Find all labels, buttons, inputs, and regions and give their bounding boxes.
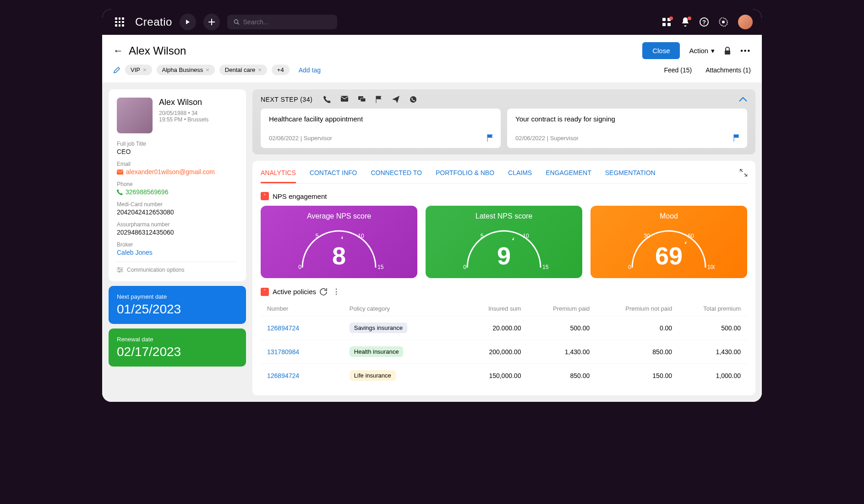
svg-text:30: 30 xyxy=(644,233,650,239)
premium-paid: 850.00 xyxy=(521,372,590,379)
next-step-panel: NEXT STEP (34) Healthc xyxy=(252,89,755,154)
policy-number-link[interactable]: 126894724 xyxy=(267,372,350,379)
remove-tag-icon[interactable]: × xyxy=(258,66,262,73)
nextstep-card-meta: 02/06/2022 | Supervisor xyxy=(269,135,492,142)
nextstep-card[interactable]: Your contract is ready for signing 02/06… xyxy=(507,109,747,148)
svg-text:100: 100 xyxy=(707,264,715,270)
tag-alpha-business[interactable]: Alpha Business× xyxy=(157,65,215,75)
gauge-value: 8 xyxy=(332,241,346,270)
play-button[interactable] xyxy=(180,14,196,30)
apps-launcher-icon[interactable] xyxy=(111,14,128,30)
expand-icon[interactable] xyxy=(740,169,747,183)
tab-engagement[interactable]: ENGAGEMENT xyxy=(546,169,591,183)
next-payment-card: Next payment date 01/25/2023 xyxy=(109,286,246,324)
email-icon[interactable] xyxy=(341,96,348,103)
more-vertical-icon[interactable]: ⋮ xyxy=(333,287,340,296)
attachments-link[interactable]: Attachments (1) xyxy=(705,66,751,74)
flag-icon[interactable] xyxy=(487,134,493,142)
svg-text:0: 0 xyxy=(628,264,631,270)
communication-options[interactable]: Communication options xyxy=(117,262,238,273)
search-input[interactable] xyxy=(243,18,331,26)
chat-icon[interactable] xyxy=(358,96,366,103)
help-icon[interactable]: ? xyxy=(700,17,709,27)
call-icon[interactable] xyxy=(323,96,331,103)
tab-contact-info[interactable]: CONTACT INFO xyxy=(310,169,357,183)
phone-icon xyxy=(117,189,123,195)
premium-not-paid: 850.00 xyxy=(590,348,672,356)
add-tag-link[interactable]: Add tag xyxy=(299,66,321,74)
job-title-label: Full job Title xyxy=(117,141,238,147)
total-premium: 1,000.00 xyxy=(672,372,741,379)
svg-text:10: 10 xyxy=(523,233,529,239)
svg-point-14 xyxy=(121,269,122,271)
send-icon[interactable] xyxy=(392,96,399,103)
topbar: Creatio ? xyxy=(102,9,762,35)
tag-edit-icon[interactable] xyxy=(113,66,120,74)
col-number: Number xyxy=(267,305,350,312)
policy-number-link[interactable]: 131780984 xyxy=(267,348,350,356)
gauge-title: Average NPS score xyxy=(269,212,409,220)
user-avatar[interactable] xyxy=(738,15,753,29)
renewal-card: Renewal date 02/17/2023 xyxy=(109,329,246,367)
renewal-label: Renewal date xyxy=(117,336,238,343)
close-button[interactable]: Close xyxy=(642,42,680,59)
section-toggle-icon[interactable]: ˄ xyxy=(261,192,269,200)
gauge-card: Average NPS score 0 5 10 15 8 xyxy=(261,206,417,278)
tag-dental-care[interactable]: Dental care× xyxy=(219,65,267,75)
lock-icon[interactable] xyxy=(724,47,731,55)
email-label: Email xyxy=(117,161,238,167)
insured-sum: 20.000.00 xyxy=(453,324,521,332)
medicard-label: Medi-Card number xyxy=(117,201,238,208)
svg-rect-2 xyxy=(662,18,666,21)
premium-paid: 1,430.00 xyxy=(521,348,590,356)
total-premium: 1,430.00 xyxy=(672,348,741,356)
more-icon[interactable]: ••• xyxy=(740,47,751,55)
add-button[interactable] xyxy=(203,14,220,30)
svg-text:15: 15 xyxy=(542,264,549,270)
profile-card: Alex Wilson 20/05/1988 • 34 19:55 PM • B… xyxy=(109,89,246,281)
nextstep-card[interactable]: Healthcare facility appointment 02/06/20… xyxy=(261,109,501,148)
nextstep-card-title: Healthcare facility appointment xyxy=(269,115,492,123)
feed-link[interactable]: Feed (15) xyxy=(664,66,692,74)
policy-number-link[interactable]: 126894724 xyxy=(267,324,350,332)
svg-text:10: 10 xyxy=(358,233,364,239)
tag-vip[interactable]: VIP× xyxy=(125,65,152,75)
svg-point-16 xyxy=(119,271,120,273)
widgets-icon[interactable] xyxy=(662,17,671,27)
tab-connected-to[interactable]: CONNECTED TO xyxy=(371,169,422,183)
tab-claims[interactable]: CLAIMS xyxy=(508,169,532,183)
svg-point-8 xyxy=(722,21,725,23)
refresh-icon[interactable] xyxy=(320,288,327,296)
logo: Creatio xyxy=(135,16,172,28)
svg-rect-4 xyxy=(662,23,666,26)
premium-not-paid: 150.00 xyxy=(590,372,672,379)
remove-tag-icon[interactable]: × xyxy=(143,66,147,73)
more-tags[interactable]: +4 xyxy=(272,65,290,75)
settings-icon[interactable] xyxy=(719,17,728,27)
tab-segmentation[interactable]: SEGMENTATION xyxy=(605,169,656,183)
action-dropdown[interactable]: Action ▾ xyxy=(689,47,715,55)
search-box[interactable] xyxy=(227,15,337,29)
gauge-card: Mood 0 30 60 100 69 xyxy=(591,206,747,278)
gauge-title: Latest NPS score xyxy=(434,212,574,220)
svg-marker-25 xyxy=(341,236,343,239)
remove-tag-icon[interactable]: × xyxy=(206,66,209,73)
notifications-icon[interactable] xyxy=(681,17,689,27)
col-category: Policy category xyxy=(350,305,453,312)
svg-rect-5 xyxy=(667,23,671,26)
flag-icon[interactable] xyxy=(376,96,382,103)
collapse-icon[interactable] xyxy=(739,97,747,102)
tab-analytics[interactable]: ANALYTICS xyxy=(261,169,296,183)
whatsapp-icon[interactable] xyxy=(410,96,417,103)
broker-value[interactable]: Caleb Jones xyxy=(117,249,238,256)
back-arrow-icon[interactable]: ← xyxy=(113,45,123,57)
email-value[interactable]: alexander01wilson@gmail.com xyxy=(117,168,238,175)
section-toggle-icon[interactable]: ˄ xyxy=(261,288,269,296)
gauge-value: 69 xyxy=(655,241,683,270)
tab-portfolio-nbo[interactable]: PORTFOLIO & NBO xyxy=(436,169,494,183)
next-payment-label: Next payment date xyxy=(117,293,238,300)
phone-value[interactable]: 326988569696 xyxy=(117,188,238,196)
flag-icon[interactable] xyxy=(733,134,740,142)
col-notpaid: Premium not paid xyxy=(590,305,672,312)
medicard-value: 2042042412653080 xyxy=(117,208,238,216)
